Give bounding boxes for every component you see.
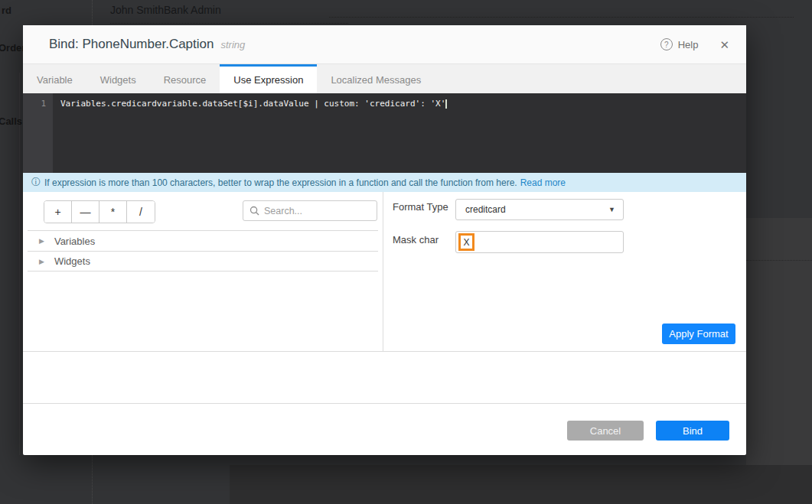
mask-char-label: Mask char	[393, 234, 439, 245]
chevron-down-icon: ▼	[608, 206, 615, 213]
tree-item-variables[interactable]: ▶ Variables	[28, 230, 378, 251]
background-divider	[92, 0, 93, 25]
background-divider	[746, 260, 812, 261]
background-user-label: John SmithBank Admin	[110, 4, 221, 16]
tree-item-label: Widgets	[54, 255, 90, 267]
editor-gutter: 1	[23, 93, 53, 173]
expression-text: Variables.credicardvariable.dataSet[$i].…	[60, 99, 445, 109]
bind-button[interactable]: Bind	[656, 421, 729, 441]
chevron-right-icon: ▶	[39, 237, 44, 245]
help-button[interactable]: ? Help	[660, 38, 699, 50]
line-number: 1	[41, 99, 46, 109]
tree-item-widgets[interactable]: ▶ Widgets	[28, 251, 378, 272]
format-type-label: Format Type	[393, 201, 448, 213]
dialog-body-panels: + — * / ▶ Variables ▶ Widgets	[23, 192, 746, 352]
tab-resource[interactable]: Resource	[150, 64, 220, 93]
search-field[interactable]	[243, 200, 377, 221]
mask-char-field[interactable]: X	[455, 231, 624, 253]
info-text: If expression is more than 100 character…	[44, 177, 517, 188]
format-type-value: creditcard	[465, 204, 506, 215]
background-divider	[92, 455, 93, 504]
read-more-link[interactable]: Read more	[520, 177, 566, 188]
operator-plus-button[interactable]: +	[44, 201, 72, 223]
background-region-bottom	[230, 465, 812, 504]
operator-multiply-button[interactable]: *	[99, 201, 127, 223]
cancel-button[interactable]: Cancel	[567, 421, 644, 441]
tree-item-label: Variables	[54, 236, 95, 247]
search-input[interactable]	[264, 206, 370, 216]
help-label: Help	[678, 39, 699, 50]
tab-widgets[interactable]: Widgets	[86, 64, 150, 93]
apply-format-button[interactable]: Apply Format	[662, 324, 735, 344]
operator-divide-button[interactable]: /	[127, 201, 155, 223]
close-icon[interactable]: ✕	[719, 39, 729, 50]
operator-minus-button[interactable]: —	[72, 201, 99, 223]
dialog-tabbar: Variable Widgets Resource Use Expression…	[23, 64, 746, 93]
format-type-select[interactable]: creditcard ▼	[455, 199, 624, 220]
search-icon	[249, 206, 259, 216]
background-sidebar-label: Order	[0, 42, 25, 54]
expression-editor[interactable]: 1 Variables.credicardvariable.dataSet[$i…	[23, 93, 746, 173]
dialog-header: Bind: PhoneNumber.Caption string ? Help …	[23, 25, 746, 64]
background-sidebar-label: Calls	[0, 115, 22, 127]
editor-code-line[interactable]: Variables.credicardvariable.dataSet[$i].…	[53, 93, 746, 173]
background-divider	[329, 17, 794, 18]
background-sidebar-label: rd	[2, 5, 11, 16]
background-region-right	[746, 218, 812, 504]
tab-use-expression[interactable]: Use Expression	[220, 64, 317, 93]
background-divider	[19, 73, 20, 455]
text-cursor	[445, 99, 447, 109]
help-icon: ?	[660, 38, 673, 50]
operator-button-group: + — * /	[44, 200, 155, 223]
info-bar: ⓘ If expression is more than 100 charact…	[23, 173, 746, 192]
dialog-title: Bind: PhoneNumber.Caption	[49, 37, 214, 52]
dialog-footer: Cancel Bind	[23, 403, 746, 454]
mask-char-value-highlighted: X	[458, 233, 474, 251]
expression-helper-panel: + — * / ▶ Variables ▶ Widgets	[23, 192, 383, 351]
tab-variable[interactable]: Variable	[23, 64, 86, 93]
tab-localized-messages[interactable]: Localized Messages	[317, 64, 435, 93]
chevron-right-icon: ▶	[39, 258, 44, 265]
format-panel: Format Type creditcard ▼ Mask char X App…	[383, 192, 746, 351]
binding-source-tree: ▶ Variables ▶ Widgets	[28, 230, 378, 272]
background-divider	[110, 23, 348, 24]
info-icon: ⓘ	[31, 176, 41, 189]
dialog-empty-area	[23, 352, 746, 403]
bind-dialog: Bind: PhoneNumber.Caption string ? Help …	[23, 25, 746, 455]
dialog-subtitle-type: string	[220, 39, 245, 50]
